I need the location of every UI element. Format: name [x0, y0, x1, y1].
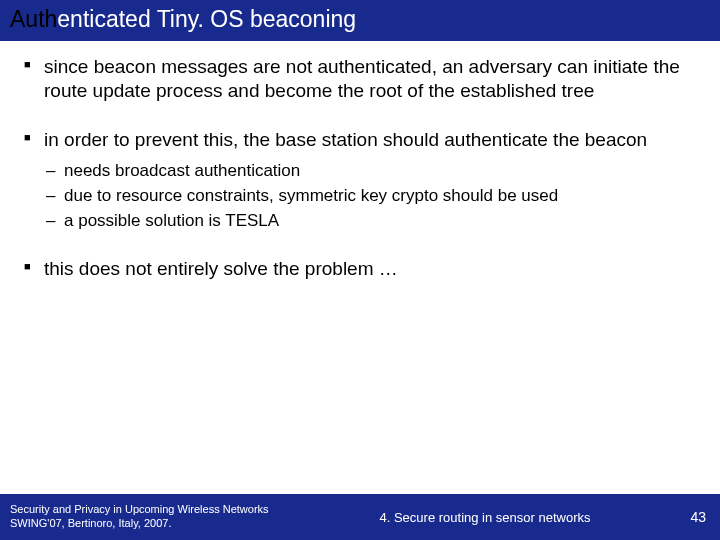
page-number: 43	[670, 509, 720, 525]
sub-item: a possible solution is TESLA	[44, 210, 698, 233]
slide-content: since beacon messages are not authentica…	[0, 41, 720, 540]
title-prefix: Auth	[10, 6, 57, 32]
bullet-text: since beacon messages are not authentica…	[44, 56, 680, 101]
bullet-text: in order to prevent this, the base stati…	[44, 129, 647, 150]
bullet-item: this does not entirely solve the problem…	[22, 257, 698, 281]
sub-item: needs broadcast authentication	[44, 160, 698, 183]
footer-bar: Security and Privacy in Upcoming Wireles…	[0, 494, 720, 540]
footer-line2: SWING'07, Bertinoro, Italy, 2007.	[10, 517, 290, 531]
footer-line1: Security and Privacy in Upcoming Wireles…	[10, 503, 290, 517]
sub-text: a possible solution is TESLA	[64, 211, 279, 230]
footer-left: Security and Privacy in Upcoming Wireles…	[0, 497, 300, 537]
title-rest: enticated Tiny. OS beaconing	[57, 6, 356, 32]
sub-list: needs broadcast authentication due to re…	[44, 160, 698, 233]
bullet-text: this does not entirely solve the problem…	[44, 258, 398, 279]
sub-item: due to resource constraints, symmetric k…	[44, 185, 698, 208]
bullet-list: since beacon messages are not authentica…	[22, 55, 698, 281]
sub-text: needs broadcast authentication	[64, 161, 300, 180]
sub-text: due to resource constraints, symmetric k…	[64, 186, 558, 205]
slide: Authenticated Tiny. OS beaconing since b…	[0, 0, 720, 540]
bullet-item: in order to prevent this, the base stati…	[22, 128, 698, 233]
footer-center: 4. Secure routing in sensor networks	[300, 510, 670, 525]
slide-title: Authenticated Tiny. OS beaconing	[0, 0, 720, 41]
bullet-item: since beacon messages are not authentica…	[22, 55, 698, 104]
